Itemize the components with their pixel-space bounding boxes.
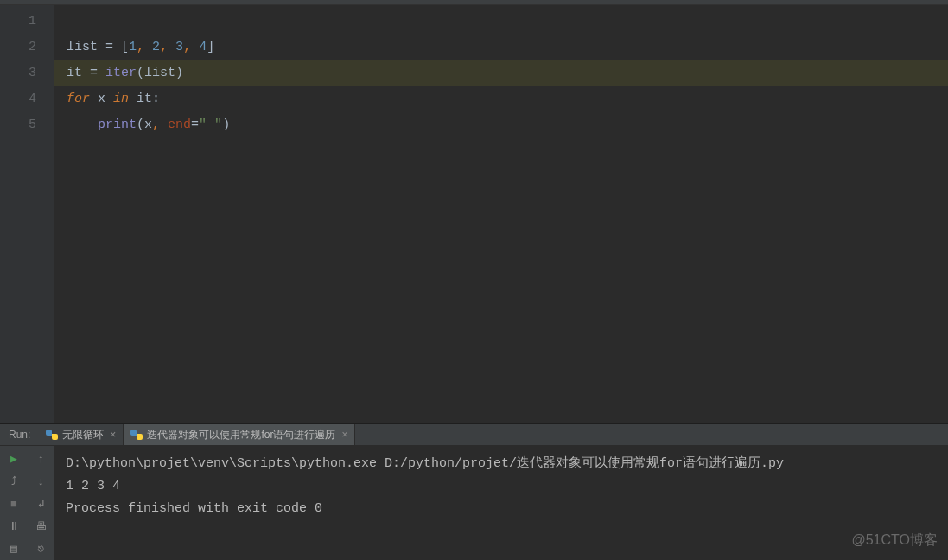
up-icon[interactable]: ↑ xyxy=(34,451,49,467)
close-icon[interactable]: × xyxy=(110,429,116,441)
run-tab-label: 无限循环 xyxy=(62,428,104,442)
debug-icon[interactable]: ⤴ xyxy=(6,474,22,489)
run-tab-label: 迭代器对象可以使用常规for语句进行遍历 xyxy=(147,428,335,442)
rerun-icon[interactable]: ▶ xyxy=(6,451,22,467)
wrap-icon[interactable]: ↲ xyxy=(34,496,49,512)
console-output[interactable]: D:\python\projet\venv\Scripts\python.exe… xyxy=(55,446,948,560)
python-icon xyxy=(46,429,58,441)
line-number: 4 xyxy=(0,86,36,112)
run-tabs-row: Run: 无限循环 × 迭代器对象可以使用常规for语句进行遍历 × xyxy=(0,424,948,445)
layout-icon[interactable]: ▤ xyxy=(6,541,22,557)
line-number: 2 xyxy=(0,35,36,60)
run-panel: Run: 无限循环 × 迭代器对象可以使用常规for语句进行遍历 × ▶ ⤴ ■… xyxy=(0,423,948,560)
run-toolbar-second: ↑ ↓ ↲ 🖶 ⎋ xyxy=(28,446,55,560)
run-body: ▶ ⤴ ■ ⏸ ▤ ↑ ↓ ↲ 🖶 ⎋ D:\python\projet\ven… xyxy=(0,445,948,560)
line-number: 5 xyxy=(0,112,36,138)
pause-icon[interactable]: ⏸ xyxy=(6,519,22,534)
print-icon[interactable]: 🖶 xyxy=(34,519,49,534)
line-number-gutter: 1 2 3 4 5 xyxy=(0,5,54,423)
run-toolbar-left: ▶ ⤴ ■ ⏸ ▤ xyxy=(0,446,28,560)
filter-icon[interactable]: ⎋ xyxy=(34,541,49,557)
code-line-1[interactable] xyxy=(67,9,948,35)
python-icon xyxy=(130,429,143,441)
console-stdout: 1 2 3 4 xyxy=(66,475,938,498)
code-line-4[interactable]: for x in it: xyxy=(67,86,948,112)
line-number: 1 xyxy=(0,9,36,35)
run-tab-1[interactable]: 迭代器对象可以使用常规for语句进行遍历 × xyxy=(124,424,355,445)
down-icon[interactable]: ↓ xyxy=(34,474,49,489)
code-editor[interactable]: list = [1, 2, 3, 4] it = iter(list) for … xyxy=(54,5,948,423)
code-line-2[interactable]: list = [1, 2, 3, 4] xyxy=(67,35,948,60)
run-label: Run: xyxy=(0,429,39,441)
stop-icon[interactable]: ■ xyxy=(6,496,22,512)
console-command: D:\python\projet\venv\Scripts\python.exe… xyxy=(66,453,938,475)
console-exit: Process finished with exit code 0 xyxy=(66,498,938,520)
editor-area: 1 2 3 4 5 list = [1, 2, 3, 4] it = iter(… xyxy=(0,5,948,423)
close-icon[interactable]: × xyxy=(341,429,347,441)
line-number: 3 xyxy=(0,60,36,86)
code-line-5[interactable]: print(x, end=" ") xyxy=(67,112,948,138)
run-tab-0[interactable]: 无限循环 × xyxy=(39,424,124,445)
code-line-3[interactable]: it = iter(list) xyxy=(54,60,948,86)
